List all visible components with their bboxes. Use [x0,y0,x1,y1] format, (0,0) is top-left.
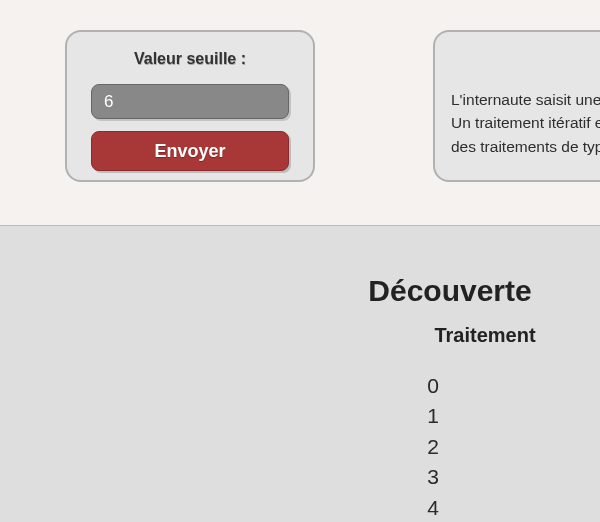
list-item: 2 [418,432,448,462]
output-panel: Découverte Traitement 0 1 2 3 4 [0,225,600,522]
page-title: Découverte [368,274,531,308]
number-list: 0 1 2 3 4 [0,371,600,522]
description-line-3: des traitements de type boucle. [451,135,600,158]
description-panel: L'internaute saisit une valeur seuil. Un… [433,30,600,182]
list-item: 3 [418,462,448,492]
list-item: 0 [418,371,448,401]
page-subtitle: Traitement [434,324,535,347]
description-line-1: L'internaute saisit une valeur seuil. [451,88,600,111]
submit-button[interactable]: Envoyer [91,131,289,171]
form-panel: Valeur seuille : Envoyer [65,30,315,182]
threshold-input[interactable] [91,84,289,119]
list-item: 4 [418,493,448,522]
description-line-2: Un traitement itératif est réalisé, [451,111,600,134]
top-area: Valeur seuille : Envoyer L'internaute sa… [0,0,600,225]
threshold-label: Valeur seuille : [85,50,295,68]
list-item: 1 [418,401,448,431]
